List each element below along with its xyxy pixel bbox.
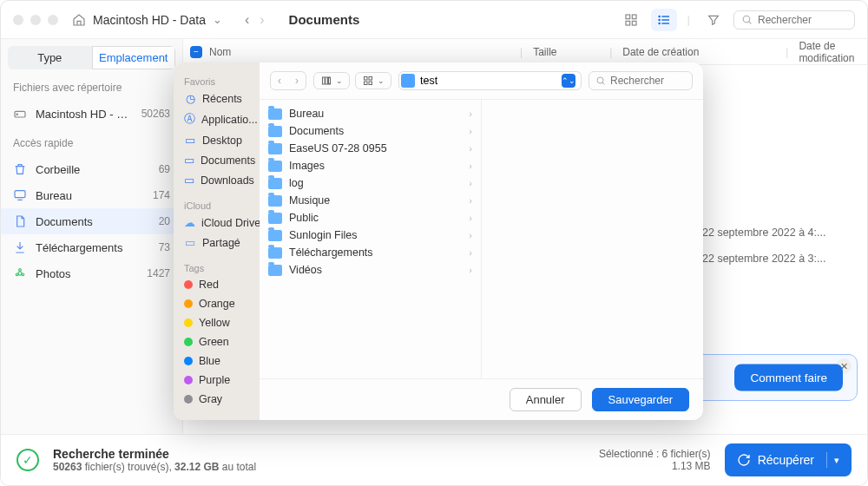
chevron-right-icon: › (469, 126, 472, 136)
save-dialog: Favoris ◷RécentsⒶApplicatio...▭Desktop▭D… (174, 62, 703, 420)
svg-rect-14 (15, 191, 25, 198)
svg-rect-23 (365, 77, 368, 81)
cloud-icon: ▭ (184, 236, 196, 249)
tag-item[interactable]: Purple (174, 371, 260, 390)
fav-item[interactable]: ▭Downloads (174, 170, 260, 190)
view-options-button[interactable]: ⌄ (355, 72, 391, 89)
drive-label: Macintosh HD - Data (36, 108, 133, 121)
page-title: Documents (289, 12, 360, 27)
folder-row[interactable]: Vidéos› (260, 261, 481, 279)
select-all-checkbox[interactable]: − (190, 46, 202, 58)
folder-icon (268, 161, 282, 172)
folder-row[interactable]: log› (260, 174, 481, 192)
tag-dot-icon (184, 357, 193, 365)
fav-item[interactable]: ◷Récents (174, 89, 260, 108)
cancel-button[interactable]: Annuler (510, 388, 582, 411)
folder-row[interactable]: Sunlogin Files› (260, 227, 481, 244)
trash-icon (13, 162, 27, 176)
tab-type[interactable]: Type (8, 46, 92, 69)
status-bar: ✓ Recherche terminée 50263 fichier(s) tr… (1, 434, 867, 485)
tag-item[interactable]: Yellow (174, 313, 260, 332)
status-title: Recherche terminée (53, 447, 585, 461)
tag-item[interactable]: Gray (174, 390, 260, 409)
dialog-search[interactable] (589, 71, 693, 90)
dialog-footer: Annuler Sauvegarder (260, 378, 703, 420)
selection-info: Sélectionné : 6 fichier(s) 1.13 MB (599, 448, 711, 472)
folder-row[interactable]: Images› (260, 157, 481, 174)
sidebar-item-photos[interactable]: Photos1427 (1, 260, 182, 286)
search-icon (741, 14, 753, 25)
dialog-toolbar: ‹› ⌄ ⌄ ⌃⌄ (260, 62, 703, 100)
svg-rect-20 (323, 77, 326, 84)
tab-location[interactable]: Emplacement (92, 46, 176, 69)
folder-row[interactable]: Documents› (260, 122, 481, 140)
icloud-item[interactable]: ☁iCloud Drive (174, 213, 260, 233)
folder-row[interactable]: Téléchargements› (260, 244, 481, 261)
save-button[interactable]: Sauvegarder (592, 388, 689, 411)
tag-item[interactable]: Green (174, 332, 260, 351)
col-created[interactable]: Date de création (612, 46, 786, 58)
dialog-nav[interactable]: ‹› (270, 71, 306, 90)
col-modified[interactable]: Date de modification (788, 40, 867, 64)
folder-icon (268, 143, 282, 154)
chevron-right-icon: › (469, 178, 472, 188)
tag-item[interactable]: Orange (174, 294, 260, 313)
forward-icon[interactable]: › (260, 12, 264, 28)
sidebar-item-documents[interactable]: Documents20 (1, 208, 182, 234)
svg-rect-24 (369, 77, 372, 81)
root-location[interactable]: Macintosh HD - Data ⌄ (72, 13, 222, 27)
tag-item[interactable]: Blue (174, 351, 260, 371)
chevron-down-icon[interactable]: ▾ (834, 455, 839, 466)
download-icon (13, 240, 27, 254)
sidebar-item-corbeille[interactable]: Corbeille69 (1, 156, 182, 182)
status-detail: 50263 fichier(s) trouvé(s), 32.12 GB au … (53, 461, 585, 473)
preview-column (482, 100, 703, 378)
folder-row[interactable]: Musique› (260, 192, 481, 209)
dialog-search-input[interactable] (610, 75, 686, 87)
view-columns-button[interactable]: ⌄ (313, 72, 350, 89)
svg-rect-0 (626, 15, 630, 19)
recover-button[interactable]: Récupérer ▾ (725, 443, 852, 476)
fav-item[interactable]: ▭Desktop (174, 130, 260, 150)
nav-arrows[interactable]: ‹ › (222, 12, 265, 28)
folder-row[interactable]: Public› (260, 209, 481, 227)
path-input[interactable] (420, 75, 556, 87)
chevron-right-icon: › (469, 143, 472, 154)
desktop-icon (13, 188, 27, 202)
folder-row[interactable]: EaseUS 07-28 0955› (260, 140, 481, 157)
col-size[interactable]: Taille (523, 46, 609, 58)
svg-point-9 (659, 23, 660, 23)
search-input[interactable] (758, 14, 847, 26)
sidebar: Type Emplacement Fichiers avec répertoir… (1, 39, 183, 434)
how-to-button[interactable]: Comment faire (734, 364, 843, 391)
repo-label: Fichiers avec répertoire (1, 78, 182, 101)
fav-item[interactable]: ▭Documents (174, 150, 260, 170)
svg-point-19 (16, 273, 18, 276)
tag-dot-icon (184, 338, 193, 346)
tag-item[interactable]: Red (174, 275, 260, 294)
view-grid-button[interactable] (618, 9, 644, 31)
fav-item[interactable]: ⒶApplicatio... (174, 108, 260, 130)
search-field[interactable] (733, 10, 855, 30)
window-controls[interactable] (13, 15, 58, 25)
folder-icon (268, 247, 282, 259)
tag-dot-icon (184, 376, 193, 384)
folder-row[interactable]: Bureau› (260, 105, 481, 122)
drive-item[interactable]: Macintosh HD - Data 50263 (1, 101, 182, 127)
back-icon[interactable]: ‹ (245, 12, 249, 28)
chevron-right-icon: › (469, 161, 472, 171)
sidebar-item-bureau[interactable]: Bureau174 (1, 182, 182, 208)
col-name[interactable]: Nom (209, 46, 231, 58)
folder-icon (268, 178, 282, 189)
icloud-item[interactable]: ▭Partagé (174, 233, 260, 253)
chevron-right-icon: › (469, 247, 472, 258)
folder-icon (268, 265, 282, 276)
tag-dot-icon (184, 395, 193, 404)
path-dropdown-icon[interactable]: ⌃⌄ (562, 74, 575, 88)
svg-rect-2 (626, 21, 630, 25)
sidebar-item-téléchargements[interactable]: Téléchargements73 (1, 234, 182, 260)
quick-label: Accès rapide (1, 134, 182, 156)
path-field[interactable]: ⌃⌄ (398, 71, 582, 90)
view-list-button[interactable] (651, 9, 677, 31)
filter-button[interactable] (700, 9, 727, 31)
